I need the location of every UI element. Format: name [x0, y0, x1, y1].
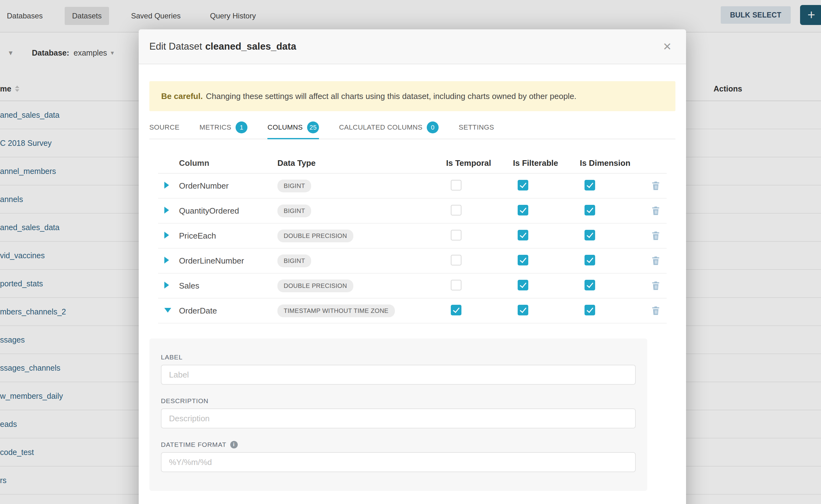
is-temporal-checkbox[interactable]	[451, 280, 462, 290]
delete-column-button[interactable]	[651, 256, 667, 266]
column-detail-panel: LABEL DESCRIPTION DATETIME FORMAT i	[149, 338, 647, 491]
warning-banner-lead: Be careful.	[161, 91, 203, 101]
delete-column-button[interactable]	[651, 281, 667, 291]
temporal-cell	[446, 180, 513, 192]
expand-caret-icon[interactable]	[164, 282, 169, 289]
tab-metrics[interactable]: METRICS 1	[200, 116, 248, 139]
expand-cell	[158, 182, 179, 190]
filterable-cell	[513, 230, 580, 242]
trash-icon	[651, 231, 660, 241]
info-icon[interactable]: i	[230, 441, 238, 448]
data-type-cell: BIGINT	[277, 205, 446, 217]
filterable-cell	[513, 205, 580, 217]
datetime-format-field-group: DATETIME FORMAT i	[161, 441, 636, 472]
trash-icon	[651, 181, 660, 191]
data-type-pill: BIGINT	[277, 205, 311, 217]
warning-banner: Be careful. Changing these settings will…	[149, 81, 675, 111]
is-dimension-checkbox[interactable]	[585, 305, 595, 315]
column-name: Sales	[179, 281, 277, 291]
is-temporal-checkbox[interactable]	[451, 305, 462, 315]
warning-banner-text: Changing these settings will affect all …	[206, 91, 576, 101]
delete-column-button[interactable]	[651, 231, 667, 241]
is-temporal-checkbox[interactable]	[451, 205, 462, 215]
label-input[interactable]	[161, 365, 636, 385]
description-field-label: DESCRIPTION	[161, 397, 636, 405]
filterable-cell	[513, 305, 580, 317]
column-name: PriceEach	[179, 231, 277, 241]
tab-source[interactable]: SOURCE	[149, 116, 180, 139]
label-text: LABEL	[161, 353, 182, 361]
delete-column-button[interactable]	[651, 306, 667, 316]
table-row: PriceEach DOUBLE PRECISION	[158, 224, 667, 249]
is-dimension-checkbox[interactable]	[585, 280, 595, 290]
expand-cell	[158, 282, 179, 290]
table-row: Sales DOUBLE PRECISION	[158, 274, 667, 299]
is-filterable-checkbox[interactable]	[518, 255, 528, 265]
modal-body: Be careful. Changing these settings will…	[139, 81, 686, 491]
delete-column-button[interactable]	[651, 181, 667, 191]
tab-settings[interactable]: SETTINGS	[459, 116, 494, 139]
is-dimension-checkbox[interactable]	[585, 255, 595, 265]
is-temporal-checkbox[interactable]	[451, 180, 462, 190]
close-icon: ✕	[663, 41, 672, 52]
datetime-format-input[interactable]	[161, 452, 636, 472]
column-name: OrderLineNumber	[179, 256, 277, 266]
temporal-cell	[446, 255, 513, 267]
datetime-format-field-label: DATETIME FORMAT i	[161, 441, 636, 448]
tab-columns[interactable]: COLUMNS 25	[267, 116, 319, 139]
data-type-cell: BIGINT	[277, 254, 446, 267]
expand-caret-icon[interactable]	[164, 207, 169, 214]
is-filterable-checkbox[interactable]	[518, 280, 528, 290]
column-name: QuantityOrdered	[179, 206, 277, 216]
table-row: OrderNumber BIGINT	[158, 174, 667, 199]
data-type-pill: DOUBLE PRECISION	[277, 279, 353, 292]
dimension-cell	[580, 255, 647, 267]
trash-icon	[651, 206, 660, 216]
data-type-cell: DOUBLE PRECISION	[277, 279, 446, 292]
modal-title-dataset-name: cleaned_sales_data	[205, 41, 296, 52]
description-input[interactable]	[161, 408, 636, 428]
is-dimension-checkbox[interactable]	[585, 205, 595, 215]
is-dimension-header: Is Dimension	[580, 158, 647, 168]
close-button[interactable]: ✕	[663, 41, 672, 52]
data-type-cell: BIGINT	[277, 180, 446, 192]
expand-caret-icon[interactable]	[164, 232, 169, 239]
delete-column-button[interactable]	[651, 206, 667, 216]
columns-table: Column Data Type Is Temporal Is Filterab…	[158, 153, 667, 324]
expand-caret-icon[interactable]	[164, 257, 169, 264]
is-temporal-checkbox[interactable]	[451, 230, 462, 240]
is-dimension-checkbox[interactable]	[585, 180, 595, 190]
filterable-cell	[513, 280, 580, 292]
column-header: Column	[179, 158, 277, 168]
modal-title-prefix: Edit Dataset	[149, 41, 202, 52]
is-filterable-checkbox[interactable]	[518, 205, 528, 215]
is-temporal-checkbox[interactable]	[451, 255, 462, 265]
dimension-cell	[580, 280, 647, 292]
collapse-caret-icon[interactable]	[164, 308, 171, 313]
tab-label: METRICS	[200, 123, 231, 131]
data-type-pill: TIMESTAMP WITHOUT TIME ZONE	[277, 304, 395, 317]
label-field-label: LABEL	[161, 353, 636, 361]
filterable-cell	[513, 180, 580, 192]
label-text: DATETIME FORMAT	[161, 441, 226, 448]
is-dimension-checkbox[interactable]	[585, 230, 595, 240]
data-type-pill: DOUBLE PRECISION	[277, 230, 353, 242]
columns-table-header: Column Data Type Is Temporal Is Filterab…	[158, 153, 667, 174]
temporal-cell	[446, 305, 513, 317]
is-temporal-header: Is Temporal	[446, 158, 513, 168]
trash-icon	[651, 306, 660, 316]
description-field-group: DESCRIPTION	[161, 397, 636, 428]
is-filterable-checkbox[interactable]	[518, 305, 528, 315]
temporal-cell	[446, 280, 513, 292]
is-filterable-checkbox[interactable]	[518, 230, 528, 240]
expand-caret-icon[interactable]	[164, 182, 169, 189]
is-filterable-checkbox[interactable]	[518, 180, 528, 190]
tab-calculated-columns[interactable]: CALCULATED COLUMNS 0	[339, 116, 439, 139]
label-field-group: LABEL	[161, 353, 636, 385]
modal-header: Edit Datasetcleaned_sales_data ✕	[139, 29, 686, 64]
data-type-cell: TIMESTAMP WITHOUT TIME ZONE	[277, 304, 446, 317]
modal-title: Edit Datasetcleaned_sales_data	[149, 41, 296, 52]
tab-label: COLUMNS	[267, 123, 303, 131]
table-row-expanded: OrderDate TIMESTAMP WITHOUT TIME ZONE	[158, 299, 667, 324]
temporal-cell	[446, 205, 513, 217]
